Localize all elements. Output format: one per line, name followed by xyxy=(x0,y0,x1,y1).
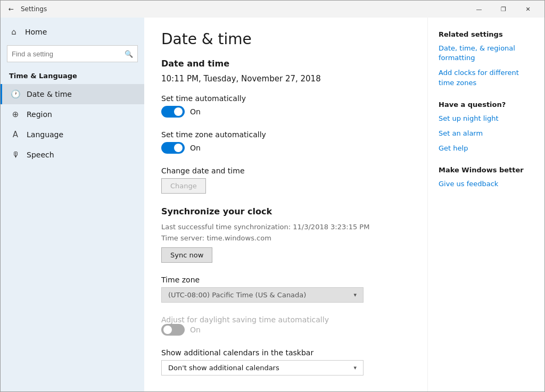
search-input[interactable] xyxy=(12,50,125,58)
language-icon: A xyxy=(11,130,20,139)
search-icon: 🔍 xyxy=(125,50,133,58)
app-body: ⌂ Home 🔍 Time & Language 🕐 Date & time ⊕… xyxy=(1,18,544,391)
sync-info: Last successful time synchronization: 11… xyxy=(161,222,410,244)
link-alarm[interactable]: Set an alarm xyxy=(439,129,534,138)
change-button[interactable]: Change xyxy=(161,178,206,194)
calendars-group: Show additional calendars in the taskbar… xyxy=(161,348,410,376)
sync-now-button[interactable]: Sync now xyxy=(161,247,212,263)
set-time-auto-row: On xyxy=(161,106,410,118)
home-icon: ⌂ xyxy=(9,27,19,37)
daylight-value: On xyxy=(190,326,201,334)
calendars-label: Show additional calendars in the taskbar xyxy=(161,348,410,357)
change-date-group: Change date and time Change xyxy=(161,166,410,194)
daylight-label: Adjust for daylight saving time automati… xyxy=(161,315,410,324)
sidebar-item-home[interactable]: ⌂ Home xyxy=(1,22,144,42)
sidebar-search-box[interactable]: 🔍 xyxy=(7,45,138,62)
minimize-button[interactable]: — xyxy=(467,1,491,18)
calendars-dropdown[interactable]: Don't show additional calendars ▾ xyxy=(161,360,364,376)
current-time: 10:11 PM, Tuesday, November 27, 2018 xyxy=(161,74,410,84)
daylight-toggle[interactable] xyxy=(161,324,185,336)
region-icon: ⊕ xyxy=(11,110,20,119)
sidebar-section-label: Time & Language xyxy=(1,69,144,84)
set-timezone-auto-row: On xyxy=(161,142,410,154)
set-time-auto-value: On xyxy=(190,107,201,116)
titlebar: ← Settings — ❐ ✕ xyxy=(1,1,544,18)
set-timezone-auto-group: Set time zone automatically On xyxy=(161,130,410,154)
feedback-section: Make Windows better Give us feedback xyxy=(439,166,534,189)
sync-title: Synchronize your clock xyxy=(161,206,410,216)
timezone-label: Time zone xyxy=(161,276,410,284)
sidebar: ⌂ Home 🔍 Time & Language 🕐 Date & time ⊕… xyxy=(1,18,144,391)
page-title: Date & time xyxy=(161,30,410,48)
right-panel: Related settings Date, time, & regional … xyxy=(427,18,544,391)
have-a-question-section: Have a question? Set up night light Set … xyxy=(439,101,534,154)
maximize-button[interactable]: ❐ xyxy=(491,1,516,18)
sidebar-item-date-time[interactable]: 🕐 Date & time xyxy=(1,84,144,104)
main-content: Date & time Date and time 10:11 PM, Tues… xyxy=(144,18,427,391)
sidebar-item-region[interactable]: ⊕ Region xyxy=(1,104,144,124)
change-date-label: Change date and time xyxy=(161,166,410,175)
clock-icon: 🕐 xyxy=(11,89,20,99)
timezone-dropdown-arrow: ▾ xyxy=(353,291,357,298)
back-button[interactable]: ← xyxy=(5,3,18,15)
sync-group: Synchronize your clock Last successful t… xyxy=(161,206,410,263)
link-get-help[interactable]: Get help xyxy=(439,144,534,153)
set-timezone-auto-toggle[interactable] xyxy=(161,142,185,154)
close-button[interactable]: ✕ xyxy=(516,1,540,18)
sidebar-item-speech[interactable]: 🎙 Speech xyxy=(1,145,144,165)
app-title: Settings xyxy=(21,5,467,13)
have-question-title: Have a question? xyxy=(439,101,534,109)
set-time-auto-label: Set time automatically xyxy=(161,94,410,103)
set-time-auto-toggle[interactable] xyxy=(161,106,185,118)
daylight-group: Adjust for daylight saving time automati… xyxy=(161,315,410,336)
timezone-dropdown[interactable]: (UTC-08:00) Pacific Time (US & Canada) ▾ xyxy=(161,287,364,303)
date-section-title: Date and time xyxy=(161,59,410,69)
timezone-group: Time zone (UTC-08:00) Pacific Time (US &… xyxy=(161,276,410,303)
daylight-row: On xyxy=(161,324,410,336)
link-feedback[interactable]: Give us feedback xyxy=(439,179,534,189)
calendars-dropdown-arrow: ▾ xyxy=(353,364,357,371)
sidebar-item-language[interactable]: A Language xyxy=(1,124,144,145)
link-regional-formatting[interactable]: Date, time, & regional formatting xyxy=(439,44,534,63)
link-night-light[interactable]: Set up night light xyxy=(439,114,534,123)
feedback-title: Make Windows better xyxy=(439,166,534,174)
link-add-clocks[interactable]: Add clocks for different time zones xyxy=(439,68,534,87)
related-settings-title: Related settings xyxy=(439,30,534,38)
set-timezone-auto-label: Set time zone automatically xyxy=(161,130,410,139)
speech-icon: 🎙 xyxy=(11,150,20,160)
set-timezone-auto-value: On xyxy=(190,144,201,152)
set-time-auto-group: Set time automatically On xyxy=(161,94,410,118)
window-controls: — ❐ ✕ xyxy=(467,1,540,18)
